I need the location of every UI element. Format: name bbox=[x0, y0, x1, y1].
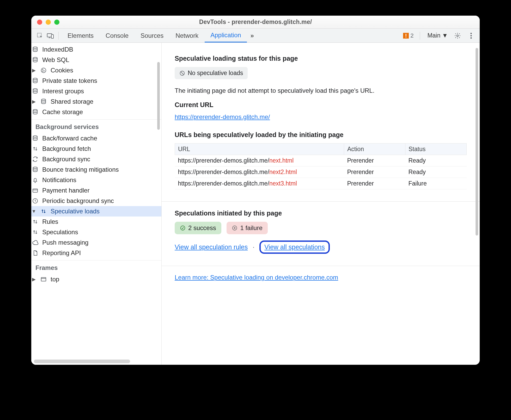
tab-console[interactable]: Console bbox=[100, 29, 134, 42]
svg-point-10 bbox=[42, 69, 43, 70]
col-status[interactable]: Status bbox=[405, 144, 467, 155]
sidebar-label: Speculative loads bbox=[51, 208, 100, 215]
svg-rect-19 bbox=[33, 189, 38, 192]
sync-icon bbox=[31, 156, 39, 162]
sidebar-item-periodic-sync[interactable]: Periodic background sync bbox=[31, 196, 161, 206]
settings-icon[interactable] bbox=[453, 31, 463, 41]
speculative-urls-table: URL Action Status https://prerender-demo… bbox=[175, 143, 467, 189]
sidebar-label: Shared storage bbox=[51, 98, 93, 105]
sidebar-label: IndexedDB bbox=[42, 46, 73, 53]
more-tabs-button[interactable]: » bbox=[247, 32, 257, 39]
expand-caret-icon[interactable]: ▶ bbox=[31, 276, 36, 282]
view-all-speculations-link[interactable]: View all speculations bbox=[264, 243, 325, 251]
sidebar-item-bfcache[interactable]: Back/forward cache bbox=[31, 133, 161, 144]
separator-dot: · bbox=[253, 243, 254, 251]
current-url-heading: Current URL bbox=[175, 101, 467, 109]
window-controls bbox=[37, 20, 59, 25]
database-icon bbox=[31, 46, 39, 53]
sidebar-item-interest-groups[interactable]: Interest groups bbox=[31, 86, 161, 96]
kebab-menu-icon[interactable] bbox=[466, 31, 476, 41]
sidebar-section-background-services: Background services bbox=[31, 119, 161, 133]
inspect-element-icon[interactable] bbox=[35, 31, 45, 41]
sidebar-item-speculative-loads[interactable]: ▼ Speculative loads bbox=[31, 206, 161, 217]
col-action[interactable]: Action bbox=[344, 144, 405, 155]
updown-arrows-icon bbox=[31, 219, 39, 225]
current-url-link[interactable]: https://prerender-demos.glitch.me/ bbox=[175, 113, 270, 120]
col-url[interactable]: URL bbox=[175, 144, 344, 155]
warning-count: 2 bbox=[410, 32, 413, 39]
sidebar-label: Cache storage bbox=[42, 108, 83, 116]
sidebar-label: Background fetch bbox=[42, 145, 91, 152]
highlight-annotation: View all speculations bbox=[259, 240, 330, 254]
database-icon bbox=[31, 88, 39, 94]
svg-point-23 bbox=[181, 226, 185, 230]
database-icon bbox=[31, 135, 39, 141]
sidebar-label: Private state tokens bbox=[42, 77, 97, 84]
tab-network[interactable]: Network bbox=[170, 29, 204, 42]
sidebar-vertical-scrollbar[interactable] bbox=[157, 44, 160, 357]
svg-point-17 bbox=[33, 136, 37, 137]
sidebar-label: Background sync bbox=[42, 156, 90, 163]
sidebar-item-background-fetch[interactable]: Background fetch bbox=[31, 144, 161, 154]
devtools-window: DevTools - prerender-demos.glitch.me/ El… bbox=[31, 16, 480, 365]
sidebar-item-rules[interactable]: Rules bbox=[31, 217, 161, 227]
svg-point-7 bbox=[33, 47, 37, 48]
sidebar-section-frames: Frames bbox=[31, 260, 161, 274]
collapse-caret-icon[interactable]: ▼ bbox=[31, 209, 36, 214]
zoom-window-button[interactable] bbox=[54, 20, 59, 25]
svg-point-11 bbox=[44, 71, 44, 71]
sidebar-item-push-messaging[interactable]: Push messaging bbox=[31, 237, 161, 248]
tab-elements[interactable]: Elements bbox=[62, 29, 99, 42]
target-context-dropdown[interactable]: Main ▼ bbox=[426, 32, 449, 39]
svg-rect-2 bbox=[51, 35, 53, 38]
failure-badge: 1 failure bbox=[227, 222, 267, 234]
database-icon bbox=[31, 78, 39, 84]
expand-caret-icon[interactable]: ▶ bbox=[31, 67, 36, 73]
application-sidebar: IndexedDB Web SQL ▶ Cookies Private stat… bbox=[31, 43, 162, 365]
sidebar-item-bounce-tracking[interactable]: Bounce tracking mitigations bbox=[31, 164, 161, 175]
cloud-icon bbox=[31, 239, 39, 246]
chevron-down-icon: ▼ bbox=[442, 32, 448, 39]
status-heading: Speculative loading status for this page bbox=[175, 55, 467, 62]
sidebar-item-shared-storage[interactable]: ▶ Shared storage bbox=[31, 96, 161, 107]
sidebar-item-indexeddb[interactable]: IndexedDB bbox=[31, 44, 161, 55]
svg-point-3 bbox=[457, 35, 459, 36]
svg-rect-21 bbox=[41, 277, 46, 281]
cookie-icon bbox=[40, 67, 47, 73]
expand-caret-icon[interactable]: ▶ bbox=[31, 99, 36, 104]
updown-arrows-icon bbox=[31, 229, 39, 235]
sidebar-label: Notifications bbox=[42, 176, 76, 184]
sidebar-item-private-state-tokens[interactable]: Private state tokens bbox=[31, 76, 161, 86]
svg-point-15 bbox=[41, 99, 46, 101]
sidebar-item-reporting-api[interactable]: Reporting API bbox=[31, 248, 161, 258]
learn-more-link[interactable]: Learn more: Speculative loading on devel… bbox=[175, 274, 338, 281]
sidebar-label: Periodic background sync bbox=[42, 197, 114, 205]
application-panel-content: Speculative loading status for this page… bbox=[162, 43, 480, 365]
database-icon bbox=[40, 98, 47, 105]
status-description: The initiating page did not attempt to s… bbox=[175, 87, 467, 94]
tab-sources[interactable]: Sources bbox=[135, 29, 169, 42]
sidebar-item-background-sync[interactable]: Background sync bbox=[31, 154, 161, 164]
sidebar-item-speculations[interactable]: Speculations bbox=[31, 227, 161, 237]
close-window-button[interactable] bbox=[37, 20, 42, 25]
minimize-window-button[interactable] bbox=[46, 20, 51, 25]
status-pill: No speculative loads bbox=[175, 67, 248, 79]
device-toolbar-icon[interactable] bbox=[45, 31, 55, 41]
sidebar-label: Web SQL bbox=[42, 56, 69, 64]
table-row[interactable]: https://prerender-demos.glitch.me/next3.… bbox=[175, 178, 467, 189]
sidebar-item-frame-top[interactable]: ▶ top bbox=[31, 274, 161, 285]
issues-counter[interactable]: ! 2 bbox=[403, 32, 413, 39]
table-row[interactable]: https://prerender-demos.glitch.me/next2.… bbox=[175, 166, 467, 178]
sidebar-item-cookies[interactable]: ▶ Cookies bbox=[31, 65, 161, 76]
table-row[interactable]: https://prerender-demos.glitch.me/next.h… bbox=[175, 155, 467, 166]
sidebar-item-cache-storage[interactable]: Cache storage bbox=[31, 107, 161, 117]
sidebar-item-websql[interactable]: Web SQL bbox=[31, 55, 161, 65]
tab-application[interactable]: Application bbox=[205, 29, 247, 42]
view-all-rules-link[interactable]: View all speculation rules bbox=[175, 243, 248, 251]
svg-point-12 bbox=[42, 71, 43, 71]
sidebar-horizontal-scrollbar[interactable] bbox=[34, 360, 130, 363]
sidebar-label: top bbox=[51, 276, 59, 283]
sidebar-item-notifications[interactable]: Notifications bbox=[31, 175, 161, 185]
content-vertical-scrollbar[interactable] bbox=[476, 45, 479, 337]
sidebar-item-payment-handler[interactable]: Payment handler bbox=[31, 185, 161, 196]
